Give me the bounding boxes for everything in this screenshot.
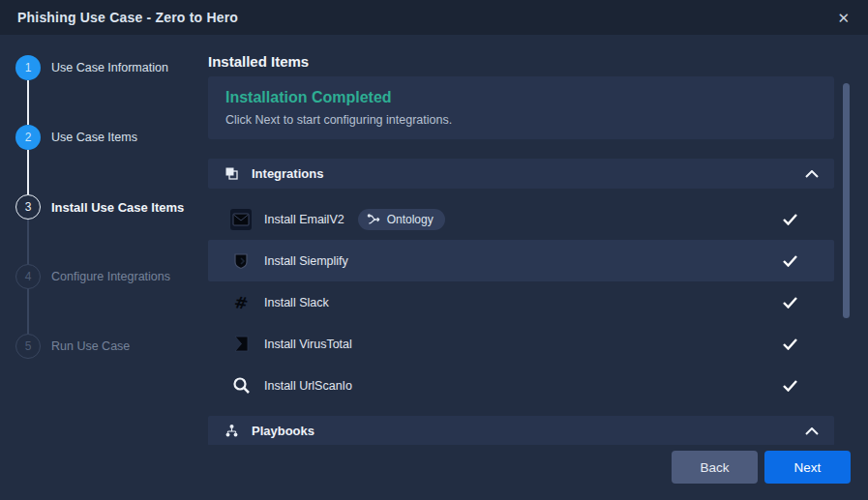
back-button[interactable]: Back <box>672 451 758 484</box>
check-icon <box>783 380 797 392</box>
list-item-install-siemplify[interactable]: Install Siemplify <box>208 240 834 281</box>
list-item-label: Install Siemplify <box>264 254 348 268</box>
step-configure-integrations[interactable]: 4 Configure Integrations <box>15 264 170 289</box>
check-icon <box>783 255 797 267</box>
check-icon <box>783 214 797 225</box>
virustotal-icon <box>230 334 252 355</box>
list-item-install-emailv2[interactable]: Install EmailV2 Ontology <box>208 198 834 240</box>
slack-hash-icon: # <box>230 292 252 313</box>
list-item-label: Install VirusTotal <box>264 338 352 351</box>
playbooks-icon <box>224 424 239 439</box>
banner-title: Installation Completed <box>225 88 817 106</box>
chevron-up-icon[interactable] <box>805 427 819 435</box>
step-use-case-information[interactable]: 1 Use Case Information <box>15 55 168 80</box>
step-label: Use Case Items <box>51 131 137 144</box>
step-number-badge: 4 <box>15 264 41 289</box>
check-icon <box>783 297 797 309</box>
next-button[interactable]: Next <box>764 451 851 484</box>
page-title: Installed Items <box>208 53 834 70</box>
ontology-badge: Ontology <box>358 209 445 230</box>
step-label: Run Use Case <box>51 339 130 353</box>
stepper-connector <box>27 220 29 264</box>
dialog-title: Phishing Use Case - Zero to Hero <box>17 10 238 25</box>
section-label: Playbooks <box>252 424 314 438</box>
badge-label: Ontology <box>387 213 434 226</box>
wizard-dialog: Phishing Use Case - Zero to Hero ✕ 1 Use… <box>0 0 868 500</box>
chevron-up-icon[interactable] <box>805 170 819 178</box>
step-number-badge: 3 <box>15 194 41 220</box>
stepper-connector <box>27 289 29 334</box>
step-run-use-case[interactable]: 5 Run Use Case <box>15 334 130 359</box>
list-item-install-virustotal[interactable]: Install VirusTotal <box>208 323 834 365</box>
main-column: Installed Items Installation Completed C… <box>208 35 868 500</box>
list-item-install-urlscanio[interactable]: Install UrlScanIo <box>208 365 834 406</box>
dialog-titlebar: Phishing Use Case - Zero to Hero ✕ <box>0 0 868 35</box>
step-number-badge: 1 <box>15 55 41 80</box>
step-number-badge: 2 <box>15 125 41 150</box>
stepper-connector <box>27 80 29 125</box>
list-item-label: Install Slack <box>264 296 329 309</box>
installed-items-panel: Installed Items Installation Completed C… <box>208 35 868 445</box>
integrations-item-list: Install EmailV2 Ontology <box>208 198 834 406</box>
step-use-case-items[interactable]: 2 Use Case Items <box>15 125 137 150</box>
dialog-footer: Back Next <box>208 445 868 500</box>
step-label: Configure Integrations <box>51 270 170 283</box>
section-header-playbooks[interactable]: Playbooks <box>208 416 834 445</box>
dialog-body: 1 Use Case Information 2 Use Case Items … <box>0 35 868 500</box>
stepper-connector <box>27 150 29 194</box>
step-label: Install Use Case Items <box>51 200 184 215</box>
section-label: Integrations <box>252 166 323 181</box>
close-icon[interactable]: ✕ <box>837 11 850 25</box>
integrations-icon <box>224 166 239 182</box>
step-install-use-case-items[interactable]: 3 Install Use Case Items <box>15 194 184 220</box>
section-header-integrations[interactable]: Integrations <box>208 159 834 189</box>
banner-subtitle: Click Next to start configuring integrat… <box>225 113 817 127</box>
siemplify-shield-icon <box>230 250 252 272</box>
list-item-label: Install UrlScanIo <box>264 379 352 393</box>
vertical-scrollbar[interactable] <box>843 83 850 318</box>
step-label: Use Case Information <box>51 61 168 74</box>
magnifier-icon <box>230 375 252 397</box>
envelope-icon <box>230 209 252 230</box>
ontology-branch-icon <box>367 213 381 225</box>
list-item-label: Install EmailV2 <box>264 213 344 226</box>
check-icon <box>783 338 797 350</box>
wizard-stepper: 1 Use Case Information 2 Use Case Items … <box>0 35 208 500</box>
installation-status-banner: Installation Completed Click Next to sta… <box>208 76 834 139</box>
step-number-badge: 5 <box>15 334 41 359</box>
list-item-install-slack[interactable]: # Install Slack <box>208 281 834 323</box>
